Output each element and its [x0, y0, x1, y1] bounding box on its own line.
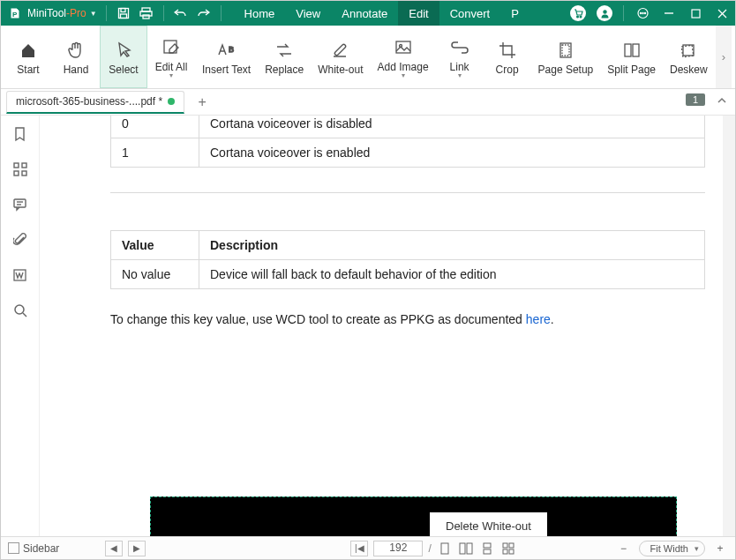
svg-rect-46	[509, 549, 514, 554]
view-facing-icon[interactable]	[458, 541, 474, 556]
tool-page-setup[interactable]: Page Setup	[531, 26, 601, 88]
view-grid-icon[interactable]	[500, 541, 516, 556]
menu-home[interactable]: Home	[234, 1, 286, 26]
next-page-button[interactable]: ▶	[128, 541, 146, 556]
replace-icon	[274, 39, 294, 62]
menu-annotate[interactable]: Annotate	[331, 1, 398, 26]
link-icon	[450, 36, 469, 59]
menu-edit[interactable]: Edit	[398, 1, 439, 26]
hand-icon	[67, 39, 85, 62]
svg-rect-42	[484, 549, 491, 554]
page-badge: 1	[686, 93, 705, 106]
svg-rect-29	[22, 163, 26, 168]
page-view[interactable]: 0Cortana voiceover is disabled 1Cortana …	[40, 116, 723, 536]
table-top: 0Cortana voiceover is disabled 1Cortana …	[110, 116, 705, 168]
svg-rect-30	[14, 171, 19, 175]
svg-text:P: P	[12, 11, 18, 19]
sidebar-toggle[interactable]: Sidebar	[8, 542, 59, 555]
view-single-icon[interactable]	[437, 541, 453, 556]
tool-insert-text[interactable]: BInsert Text	[195, 26, 258, 88]
modified-dot-icon	[168, 98, 175, 105]
ribbon-toolbar: Start Hand Select Edit All▾ BInsert Text…	[1, 26, 735, 89]
zoom-out-button[interactable]: −	[616, 541, 632, 556]
svg-rect-38	[441, 543, 448, 554]
document-tab[interactable]: microsoft-365-business-....pdf *	[6, 91, 184, 114]
document-tabs: microsoft-365-business-....pdf * + 1	[1, 89, 735, 116]
svg-line-37	[23, 313, 26, 317]
search-icon[interactable]	[11, 301, 30, 320]
tool-replace[interactable]: Replace	[258, 26, 311, 88]
add-tab-button[interactable]: +	[192, 92, 213, 113]
close-button[interactable]	[709, 1, 735, 26]
save-icon[interactable]	[112, 1, 135, 26]
tool-split-page[interactable]: Split Page	[600, 26, 663, 88]
svg-rect-41	[484, 543, 491, 548]
insert-text-icon: B	[216, 39, 237, 62]
menu-more[interactable]: P	[500, 1, 529, 26]
brand-dropdown-icon[interactable]: ▼	[90, 10, 97, 18]
right-scroll-strip[interactable]	[723, 116, 735, 536]
print-icon[interactable]	[135, 1, 158, 26]
thumbnails-icon[interactable]	[11, 160, 30, 179]
svg-rect-15	[692, 10, 700, 18]
word-export-icon[interactable]	[11, 265, 30, 285]
document-content: 0Cortana voiceover is disabled 1Cortana …	[110, 116, 705, 329]
app-brand: MiniTool-Pro	[27, 7, 86, 19]
redo-icon[interactable]	[192, 1, 215, 26]
svg-rect-40	[467, 543, 472, 554]
svg-rect-31	[22, 171, 26, 175]
view-continuous-icon[interactable]	[479, 541, 495, 556]
svg-point-7	[576, 16, 578, 18]
zoom-select[interactable]: Fit Width	[639, 541, 705, 556]
tool-start[interactable]: Start	[4, 26, 52, 88]
svg-point-11	[640, 12, 641, 13]
svg-point-8	[580, 16, 582, 18]
image-icon	[394, 36, 412, 59]
svg-point-36	[15, 305, 24, 314]
status-bar: Sidebar ◀ ▶ |◀ 192 / − Fit Width +	[1, 536, 735, 559]
side-panel	[1, 116, 40, 536]
svg-rect-32	[14, 199, 26, 207]
svg-rect-39	[460, 543, 465, 554]
menu-convert[interactable]: Convert	[439, 1, 501, 26]
deskew-icon	[680, 39, 697, 62]
first-page-button[interactable]: |◀	[350, 541, 368, 556]
tool-crop[interactable]: Crop	[484, 26, 531, 88]
svg-rect-23	[562, 45, 569, 56]
svg-rect-25	[633, 44, 639, 56]
tool-edit-all[interactable]: Edit All▾	[147, 26, 195, 88]
context-menu-delete-whiteout[interactable]: Delete White-out	[430, 512, 547, 536]
account-button[interactable]	[591, 1, 618, 26]
tool-hand[interactable]: Hand	[52, 26, 100, 88]
whiteout-box[interactable]	[150, 497, 677, 536]
here-link[interactable]: here	[526, 312, 551, 326]
menu-view[interactable]: View	[285, 1, 331, 26]
minimize-button[interactable]	[656, 1, 682, 26]
page-setup-icon	[558, 39, 574, 62]
title-bar: P MiniTool-Pro ▼ Home View Annotate Edit…	[1, 1, 735, 26]
cursor-icon	[116, 39, 131, 62]
bookmarks-icon[interactable]	[11, 124, 30, 144]
work-area: 0Cortana voiceover is disabled 1Cortana …	[1, 116, 735, 536]
cart-button[interactable]	[565, 1, 591, 26]
tool-select[interactable]: Select	[100, 26, 147, 88]
tool-whiteout[interactable]: White-out	[311, 26, 370, 88]
collapse-ribbon-icon[interactable]	[716, 94, 728, 107]
page-number-input[interactable]: 192	[373, 541, 423, 556]
tool-add-image[interactable]: Add Image▾	[371, 26, 436, 88]
tool-link[interactable]: Link▾	[436, 26, 484, 88]
svg-rect-45	[503, 549, 507, 554]
edit-all-icon	[162, 36, 180, 59]
zoom-in-button[interactable]: +	[712, 541, 728, 556]
svg-text:B: B	[229, 45, 234, 54]
chat-icon[interactable]	[629, 1, 656, 26]
svg-rect-24	[625, 44, 631, 56]
ribbon-scroll-right[interactable]: ›	[716, 26, 732, 88]
maximize-button[interactable]	[682, 1, 709, 26]
attachments-icon[interactable]	[11, 230, 30, 250]
comments-icon[interactable]	[11, 195, 30, 214]
tool-deskew[interactable]: Deskew	[663, 26, 715, 88]
undo-icon[interactable]	[169, 1, 192, 26]
prev-page-button[interactable]: ◀	[105, 541, 123, 556]
table-value: ValueDescription No valueDevice will fal…	[110, 230, 705, 289]
